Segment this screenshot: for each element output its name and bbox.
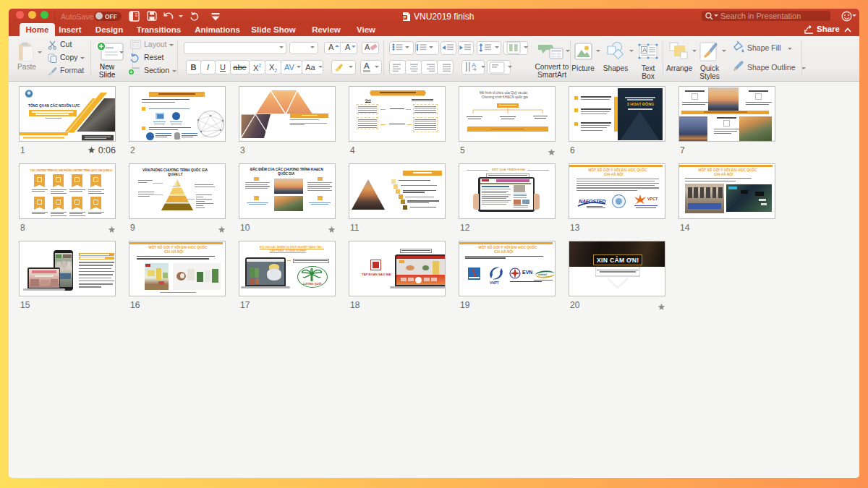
svg-text:A: A	[472, 61, 476, 69]
svg-text:A: A	[642, 46, 647, 53]
svg-text:P: P	[403, 15, 406, 20]
